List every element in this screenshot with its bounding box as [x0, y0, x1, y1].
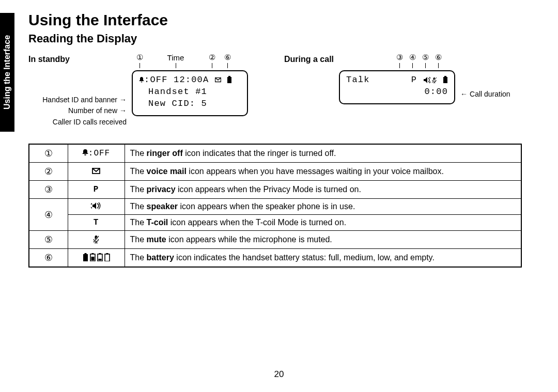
page-body: Using the Interface Reading the Display … — [28, 0, 532, 268]
voicemail-icon-cell — [68, 163, 125, 181]
privacy-icon-cell: P — [68, 181, 125, 199]
svg-rect-21 — [105, 254, 110, 261]
label-handset-banner: Handset ID and banner — [28, 96, 127, 104]
page-title: Using the Interface — [28, 11, 532, 29]
row-description: The privacy icon appears when the Privac… — [125, 181, 521, 199]
svg-rect-6 — [444, 76, 446, 77]
tcoil-icon-cell: T — [68, 215, 125, 231]
standby-heading: In standby — [28, 55, 127, 64]
call-duration-label: Call duration — [460, 55, 510, 98]
label-new-cid-2: Caller ID calls received — [28, 118, 127, 126]
table-row: ②The voice mail icon appears when you ha… — [29, 163, 521, 181]
bell-icon — [139, 76, 144, 83]
speaker-icon — [423, 77, 430, 83]
row-number: ① — [29, 144, 68, 163]
row-description: The speaker icon appears when the speake… — [125, 199, 521, 215]
row-number: ④ — [29, 199, 68, 231]
table-row: TThe T-coil icon appears when the T-coil… — [29, 215, 521, 231]
icon-table: ①:OFFThe ringer off icon indicates that … — [28, 144, 522, 268]
diagram-row: In standby Handset ID and banner Number … — [28, 55, 532, 129]
speaker-icon-cell — [68, 199, 125, 215]
voicemail-icon — [215, 77, 221, 83]
ringer-off-icon-cell: :OFF — [68, 144, 125, 163]
svg-rect-12 — [84, 253, 86, 254]
during-call-callouts: ③ ④ ⑤ ⑥ — [339, 56, 455, 68]
standby-lcd: :OFF 12:00A Handset #1New CID: 5 — [132, 70, 248, 116]
during-call-diagram: During a call ③ ④ ⑤ ⑥ TalkP 0:00 Call du… — [284, 55, 510, 129]
during-call-heading: During a call — [284, 55, 334, 64]
svg-rect-19 — [98, 259, 101, 261]
side-tab: Using the Interface — [0, 13, 14, 132]
row-description: The mute icon appears while the micropho… — [125, 231, 521, 249]
table-row: ③PThe privacy icon appears when the Priv… — [29, 181, 521, 199]
battery-icon — [443, 76, 448, 83]
row-number: ⑥ — [29, 249, 68, 268]
row-description: The voice mail icon appears when you hav… — [125, 163, 521, 181]
row-description: The battery icon indicates the handset b… — [125, 249, 521, 268]
svg-rect-1 — [228, 76, 230, 77]
standby-callouts: ① Time ② ⑥ — [132, 56, 248, 68]
svg-rect-16 — [91, 257, 94, 261]
table-row: ⑥The battery icon indicates the handset … — [29, 249, 521, 268]
battery-icon-cell — [68, 249, 125, 268]
row-number: ② — [29, 163, 68, 181]
table-row: ①:OFFThe ringer off icon indicates that … — [29, 144, 521, 163]
mute-icon-cell — [68, 231, 125, 249]
row-description: The ringer off icon indicates that the r… — [125, 144, 521, 163]
mute-icon — [431, 77, 437, 83]
row-number: ⑤ — [29, 231, 68, 249]
svg-rect-13 — [83, 254, 88, 261]
svg-rect-2 — [227, 77, 231, 83]
table-row: ⑤The mute icon appears while the microph… — [29, 231, 521, 249]
page-number: 20 — [0, 369, 558, 380]
svg-rect-7 — [443, 77, 447, 83]
label-new-cid-1: Number of new — [28, 107, 127, 115]
standby-diagram: In standby Handset ID and banner Number … — [28, 55, 248, 129]
row-description: The T-coil icon appears when the T-coil … — [125, 215, 521, 231]
table-row: ④The speaker icon appears when the speak… — [29, 199, 521, 215]
section-subtitle: Reading the Display — [28, 32, 532, 45]
row-number: ③ — [29, 181, 68, 199]
during-call-lcd: TalkP 0:00 — [339, 70, 455, 104]
battery-icon — [227, 76, 232, 83]
